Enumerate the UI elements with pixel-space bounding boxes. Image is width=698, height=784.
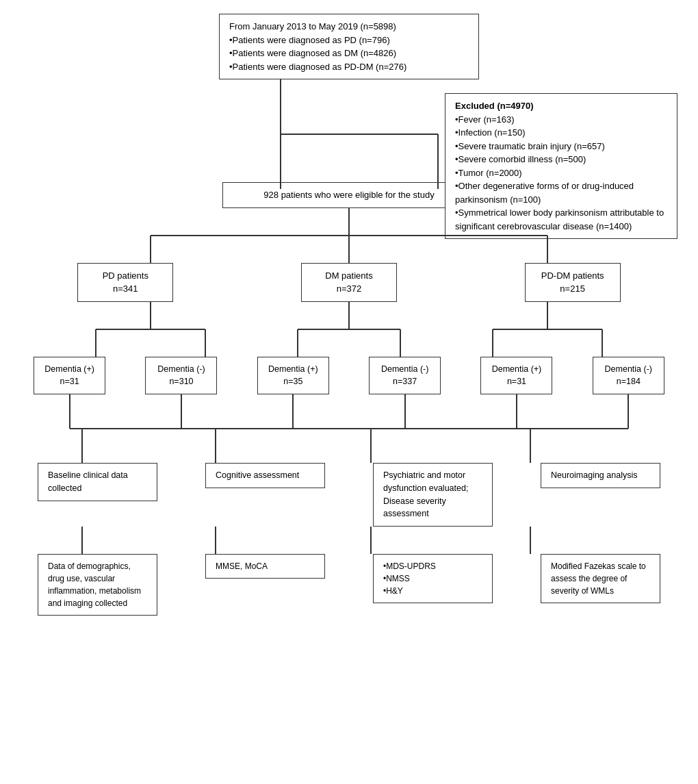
dem-pddm-plus: Dementia (+) n=31 bbox=[480, 357, 552, 395]
dem-pddm-minus-label: Dementia (-) bbox=[603, 363, 654, 376]
dem-pddm-plus-label: Dementia (+) bbox=[491, 363, 542, 376]
assess-cognitive-title: Cognitive assessment bbox=[216, 469, 315, 482]
assess-psychiatric: Psychiatric and motor dysfunction evalua… bbox=[373, 463, 493, 527]
excluded-item-5: •Other degenerative forms of or drug-ind… bbox=[455, 179, 667, 206]
dem-pd-plus: Dementia (+) n=31 bbox=[34, 357, 105, 395]
data-fazekas: Modified Fazekas scale to assess the deg… bbox=[541, 554, 660, 603]
excluded-item-4: •Tumor (n=2000) bbox=[455, 166, 667, 180]
top-box: From January 2013 to May 2019 (n=5898) •… bbox=[219, 14, 479, 79]
data-mmse: MMSE, MoCA bbox=[205, 554, 325, 579]
assess-neuro-title: Neuroimaging analysis bbox=[551, 469, 650, 482]
group-pddm: PD-DM patients n=215 bbox=[525, 263, 621, 302]
group-dm-n: n=372 bbox=[311, 282, 387, 296]
data-demographics-text: Data of demographics, drug use, vascular… bbox=[48, 560, 147, 609]
top-line1: From January 2013 to May 2019 (n=5898) bbox=[229, 20, 469, 34]
flowchart: From January 2013 to May 2019 (n=5898) •… bbox=[14, 14, 684, 616]
group-pd-n: n=341 bbox=[88, 282, 163, 296]
dem-pd-minus-label: Dementia (-) bbox=[155, 363, 207, 376]
data-demographics: Data of demographics, drug use, vascular… bbox=[38, 554, 157, 616]
assess-baseline: Baseline clinical data collected bbox=[38, 463, 157, 501]
dem-pd-plus-n: n=31 bbox=[44, 375, 95, 388]
excluded-item-2: •Severe traumatic brain injury (n=657) bbox=[455, 140, 667, 153]
group-dm: DM patients n=372 bbox=[301, 263, 397, 302]
dem-pd-minus: Dementia (-) n=310 bbox=[145, 357, 217, 395]
top-line2: •Patients were diagnosed as PD (n=796) bbox=[229, 34, 469, 47]
dem-dm-minus-label: Dementia (-) bbox=[379, 363, 430, 376]
group-pddm-n: n=215 bbox=[535, 282, 610, 296]
data-mds: •MDS-UPDRS•NMSS•H&Y bbox=[373, 554, 493, 603]
data-mds-text: •MDS-UPDRS•NMSS•H&Y bbox=[383, 560, 482, 597]
excluded-item-3: •Severe comorbid illness (n=500) bbox=[455, 153, 667, 166]
dem-dm-plus-label: Dementia (+) bbox=[268, 363, 319, 376]
data-fazekas-text: Modified Fazekas scale to assess the deg… bbox=[551, 560, 650, 597]
dem-pddm-plus-n: n=31 bbox=[491, 375, 542, 388]
assess-neuro: Neuroimaging analysis bbox=[541, 463, 660, 488]
group-dm-label: DM patients bbox=[311, 269, 387, 283]
eligible-text: 928 patients who were eligible for the s… bbox=[263, 190, 434, 200]
dem-pd-minus-n: n=310 bbox=[155, 375, 207, 388]
dem-dm-minus-n: n=337 bbox=[379, 375, 430, 388]
assess-psychiatric-title: Psychiatric and motor dysfunction evalua… bbox=[383, 469, 482, 520]
group-pd-label: PD patients bbox=[88, 269, 163, 283]
dem-pddm-minus-n: n=184 bbox=[603, 375, 654, 388]
dem-dm-minus: Dementia (-) n=337 bbox=[369, 357, 441, 395]
dem-dm-plus: Dementia (+) n=35 bbox=[257, 357, 329, 395]
top-line4: •Patients were diagnosed as PD-DM (n=276… bbox=[229, 60, 469, 74]
excluded-item-1: •Infection (n=150) bbox=[455, 126, 667, 140]
dem-pddm-minus: Dementia (-) n=184 bbox=[593, 357, 664, 395]
excluded-item-0: •Fever (n=163) bbox=[455, 113, 667, 127]
dem-dm-plus-n: n=35 bbox=[268, 375, 319, 388]
assess-baseline-title: Baseline clinical data collected bbox=[48, 469, 147, 495]
dem-pd-plus-label: Dementia (+) bbox=[44, 363, 95, 376]
assess-cognitive: Cognitive assessment bbox=[205, 463, 325, 488]
excluded-title: Excluded (n=4970) bbox=[455, 99, 667, 113]
group-pd: PD patients n=341 bbox=[77, 263, 173, 302]
top-line3: •Patients were diagnosed as DM (n=4826) bbox=[229, 47, 469, 60]
group-pddm-label: PD-DM patients bbox=[535, 269, 610, 283]
data-mmse-text: MMSE, MoCA bbox=[216, 560, 315, 572]
